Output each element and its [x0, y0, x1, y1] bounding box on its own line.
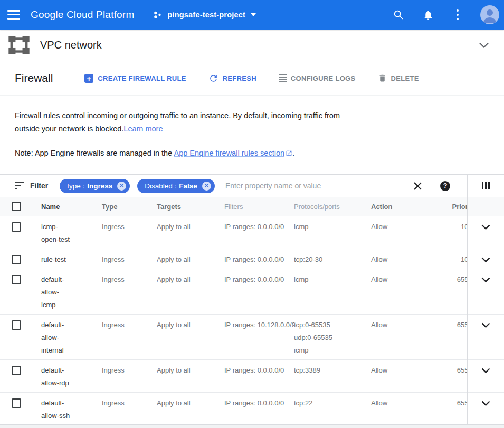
- gcp-console-page: Google Cloud Platform pingsafe-test-proj…: [0, 0, 504, 428]
- vpc-network-icon: [8, 36, 30, 54]
- project-selector[interactable]: pingsafe-test-project: [153, 10, 256, 20]
- column-header-protocols-ports: Protocols/ports: [294, 197, 371, 216]
- table-header-row: Name Type Targets Filters Protocols/port…: [0, 197, 468, 216]
- note-text: Note: App Engine firewalls are managed i…: [15, 149, 174, 157]
- row-checkbox-cell: [0, 393, 30, 425]
- rule-type: Ingress: [102, 393, 157, 425]
- row-expand-chevron-icon[interactable]: [468, 216, 504, 249]
- table-row: default-allow-rdpIngressApply to allIP r…: [0, 360, 468, 393]
- description-text: Firewall rules control incoming or outgo…: [15, 111, 340, 133]
- rule-targets: Apply to all: [157, 315, 224, 359]
- section-header: VPC network: [0, 30, 504, 61]
- rule-action: Allow: [371, 393, 427, 425]
- help-icon[interactable]: ?: [440, 181, 450, 191]
- rule-type: Ingress: [102, 315, 157, 359]
- rule-filters: IP ranges: 10.128.0.0/9: [224, 315, 294, 359]
- rule-priority: 65534: [427, 393, 468, 425]
- menu-icon[interactable]: [7, 10, 20, 20]
- rule-name[interactable]: default-allow-internal: [30, 315, 102, 359]
- chevron-down-icon: [251, 13, 256, 16]
- rule-priority: 65534: [427, 360, 468, 392]
- delete-button[interactable]: DELETE: [378, 73, 419, 83]
- rule-targets: Apply to all: [157, 216, 224, 249]
- rule-name[interactable]: default-allow-rdp: [30, 360, 102, 392]
- rule-priority: 65534: [427, 315, 468, 359]
- column-header-type: Type: [102, 197, 157, 216]
- rule-protocols: tcp:0-65535udp:0-65535icmp: [294, 315, 371, 359]
- rule-type: Ingress: [102, 360, 157, 392]
- column-header-name: Name: [30, 197, 102, 216]
- row-expand-chevron-icon[interactable]: [468, 393, 504, 425]
- select-all-checkbox-cell: [0, 197, 30, 216]
- rule-action: Allow: [371, 360, 427, 392]
- table-body: icmp-open-testIngressApply to allIP rang…: [0, 216, 468, 425]
- account-avatar[interactable]: [480, 5, 499, 24]
- column-header-filters: Filters: [224, 197, 294, 216]
- rule-targets: Apply to all: [157, 360, 224, 392]
- list-lines-icon: [279, 74, 287, 82]
- chip-remove-icon[interactable]: ✕: [117, 182, 126, 191]
- clear-filters-icon[interactable]: [413, 182, 422, 191]
- more-options-kebab-icon[interactable]: [451, 8, 464, 22]
- chevron-body: [468, 216, 504, 425]
- row-expand-chevron-icon[interactable]: [468, 315, 504, 360]
- row-checkbox[interactable]: [12, 275, 21, 284]
- rule-protocols: icmp: [294, 269, 371, 314]
- create-firewall-rule-button[interactable]: + CREATE FIREWALL RULE: [84, 74, 186, 83]
- rule-priority: 65534: [427, 269, 468, 314]
- table-row: default-allow-sshIngressApply to allIP r…: [0, 393, 468, 425]
- row-expand-chevron-icon[interactable]: [468, 360, 504, 393]
- rule-type: Ingress: [102, 216, 157, 249]
- row-checkbox[interactable]: [12, 366, 21, 375]
- column-display-options-icon[interactable]: [482, 182, 490, 189]
- row-expand-chevron-icon[interactable]: [468, 269, 504, 315]
- filter-chip-type[interactable]: type : Ingress ✕: [60, 179, 130, 193]
- project-icon: [153, 10, 163, 20]
- app-engine-firewall-link[interactable]: App Engine firewall rules section: [174, 149, 284, 157]
- chip-remove-icon[interactable]: ✕: [202, 182, 211, 191]
- row-checkbox[interactable]: [12, 222, 21, 232]
- page-title: VPC network: [40, 39, 102, 51]
- collapse-chevron-icon[interactable]: [479, 42, 489, 48]
- configure-logs-button[interactable]: CONFIGURE LOGS: [279, 74, 356, 82]
- rule-targets: Apply to all: [157, 393, 224, 425]
- gcp-logo[interactable]: Google Cloud Platform: [31, 9, 134, 21]
- filter-input[interactable]: [225, 182, 408, 190]
- select-all-checkbox[interactable]: [12, 202, 21, 211]
- rule-protocols: icmp: [294, 216, 371, 249]
- rule-action: Allow: [371, 249, 427, 269]
- description-block: Firewall rules control incoming or outgo…: [0, 96, 504, 174]
- filter-bar: Filter type : Ingress ✕ Disabled : False…: [0, 174, 504, 197]
- rule-action: Allow: [371, 216, 427, 249]
- rule-filters: IP ranges: 0.0.0.0/0: [224, 393, 294, 425]
- rule-filters: IP ranges: 0.0.0.0/0: [224, 249, 294, 269]
- rule-filters: IP ranges: 0.0.0.0/0: [224, 269, 294, 314]
- row-checkbox[interactable]: [12, 320, 21, 330]
- rule-name[interactable]: default-allow-icmp: [30, 269, 102, 314]
- row-checkbox-cell: [0, 269, 30, 314]
- toolbar-title: Firewall: [15, 72, 53, 84]
- learn-more-link[interactable]: Learn more: [123, 125, 163, 133]
- horizontal-scrollbar-track[interactable]: [0, 424, 504, 428]
- rule-filters: IP ranges: 0.0.0.0/0: [224, 216, 294, 249]
- column-header-action: Action: [371, 197, 427, 216]
- notifications-bell-icon[interactable]: [421, 8, 435, 22]
- external-link-icon: [286, 148, 292, 161]
- rule-priority: 1000: [427, 249, 468, 269]
- rule-name[interactable]: rule-test: [30, 249, 102, 269]
- refresh-button[interactable]: REFRESH: [208, 73, 256, 83]
- row-checkbox[interactable]: [12, 255, 21, 264]
- rule-action: Allow: [371, 269, 427, 314]
- rule-name[interactable]: icmp-open-test: [30, 216, 102, 249]
- top-app-bar: Google Cloud Platform pingsafe-test-proj…: [0, 0, 504, 30]
- row-checkbox[interactable]: [12, 398, 21, 408]
- rule-type: Ingress: [102, 269, 157, 314]
- filter-chip-disabled[interactable]: Disabled : False ✕: [137, 179, 215, 193]
- rule-targets: Apply to all: [157, 269, 224, 314]
- row-checkbox-cell: [0, 216, 30, 249]
- search-icon[interactable]: [392, 8, 405, 22]
- rule-name[interactable]: default-allow-ssh: [30, 393, 102, 425]
- rule-targets: Apply to all: [157, 249, 224, 269]
- row-expand-chevron-icon[interactable]: [468, 249, 504, 269]
- rule-protocols: tcp:3389: [294, 360, 371, 392]
